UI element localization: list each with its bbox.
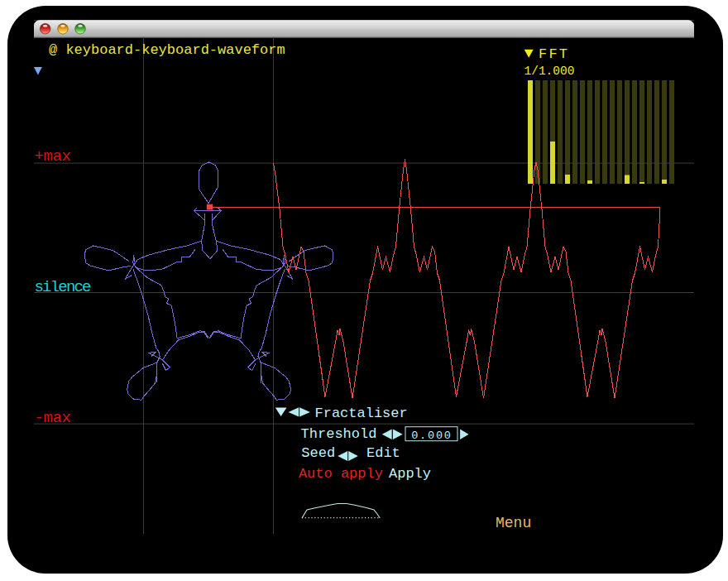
svg-text:Auto apply: Auto apply <box>299 466 383 482</box>
svg-text:Edit: Edit <box>366 445 400 461</box>
svg-text:0.000: 0.000 <box>411 430 453 442</box>
svg-text:Seed: Seed <box>301 445 335 461</box>
svg-text:+max: +max <box>35 147 71 166</box>
svg-text:@ keyboard-keyboard-waveform: @ keyboard-keyboard-waveform <box>49 42 285 58</box>
svg-text:-max: -max <box>35 409 71 427</box>
svg-text:Fractaliser: Fractaliser <box>315 406 408 421</box>
svg-text:silence: silence <box>35 278 92 296</box>
svg-text:Threshold: Threshold <box>301 426 377 442</box>
svg-text:Apply: Apply <box>389 466 431 482</box>
svg-text:Menu: Menu <box>496 515 531 531</box>
svg-text:FFT: FFT <box>539 46 569 62</box>
svg-text:1/1.000: 1/1.000 <box>524 65 575 78</box>
